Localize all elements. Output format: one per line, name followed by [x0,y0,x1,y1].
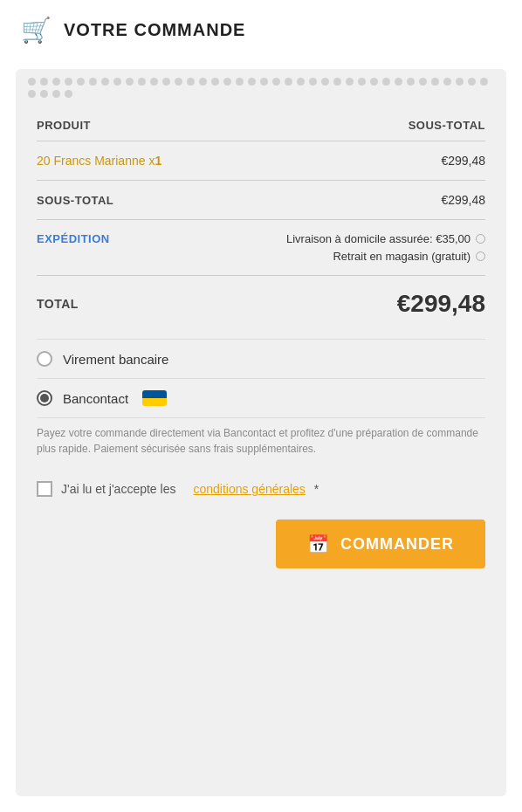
dot [456,78,464,86]
payment-description: Payez votre commande directement via Ban… [37,418,485,469]
dot [52,78,60,86]
commander-button[interactable]: 📅 COMMANDER [276,520,485,568]
cart-icon: 🛒 [21,16,52,45]
product-price: €299,48 [441,154,485,168]
dot [480,78,488,86]
dot [297,78,305,86]
dot [126,78,134,86]
bancontact-radio-inner [40,394,49,403]
bancontact-label: Bancontact [63,391,128,406]
col-product: PRODUIT [37,119,91,132]
dot [248,78,256,86]
pickup-option[interactable]: Retrait en magasin (gratuit) [333,250,485,263]
dot [175,78,182,86]
dot [52,90,60,98]
order-table: PRODUIT SOUS-TOTAL 20 Francs Marianne x1… [16,103,506,327]
col-subtotal: SOUS-TOTAL [409,119,485,132]
expedition-options: Livraison à domicile assurée: €35,00 Ret… [286,232,485,263]
bancontact-icon [142,390,167,406]
expedition-row: EXPÉDITION Livraison à domicile assurée:… [37,220,485,275]
dot [40,78,48,86]
delivery-option[interactable]: Livraison à domicile assurée: €35,00 [286,232,485,245]
dot [101,78,109,86]
dot [236,78,244,86]
payment-option-virement[interactable]: Virement bancaire [37,339,485,379]
commander-section: 📅 COMMANDER [16,513,506,589]
delivery-radio[interactable] [476,234,485,244]
payment-option-bancontact[interactable]: Bancontact [37,379,485,418]
pickup-radio[interactable] [476,251,485,261]
order-card: PRODUIT SOUS-TOTAL 20 Francs Marianne x1… [16,69,506,796]
page-title: VOTRE COMMANDE [64,20,245,40]
virement-label: Virement bancaire [63,352,168,367]
product-row: 20 Francs Marianne x1 €299,48 [37,141,485,180]
dot [28,90,36,98]
payment-section: Virement bancaire Bancontact Payez votre… [16,327,506,469]
dot [89,78,97,86]
dot [162,78,170,86]
virement-radio[interactable] [37,351,52,367]
dot [468,78,476,86]
dot [223,78,231,86]
dot [65,90,72,98]
subtotal-price: €299,48 [441,193,485,207]
dot [309,78,317,86]
dot [40,90,48,98]
dots-row [16,69,506,103]
accept-checkbox[interactable] [37,481,52,497]
dot [321,78,329,86]
dot [187,78,195,86]
dot [333,78,341,86]
dot [407,78,415,86]
product-name: 20 Francs Marianne x1 [37,154,161,168]
accept-asterisk: * [314,482,319,496]
dot [260,78,268,86]
dot [77,78,85,86]
conditions-link[interactable]: conditions générales [193,482,305,496]
dot [272,78,280,86]
dot [138,78,146,86]
dot [28,78,36,86]
dot [346,78,354,86]
dot [199,78,207,86]
commander-label: COMMANDER [340,535,454,554]
dot [395,78,402,86]
subtotal-row: SOUS-TOTAL €299,48 [37,181,485,219]
accept-text: J'ai lu et j'accepte les [61,482,175,496]
dot [150,78,158,86]
expedition-label: EXPÉDITION [37,232,110,245]
dot [358,78,366,86]
total-row: TOTAL €299,48 [37,276,485,327]
accept-section: J'ai lu et j'accepte les conditions géné… [16,469,506,513]
dot [211,78,219,86]
dot [285,78,292,86]
dot [370,78,378,86]
dot [431,78,439,86]
page-header: 🛒 VOTRE COMMANDE [0,0,522,60]
total-price: €299,48 [397,290,485,318]
dot [113,78,121,86]
dot [419,78,427,86]
dot [443,78,451,86]
calendar-icon: 📅 [307,533,330,554]
bancontact-radio[interactable] [37,390,52,406]
subtotal-label: SOUS-TOTAL [37,194,113,207]
pickup-option-text: Retrait en magasin (gratuit) [333,250,470,263]
delivery-option-text: Livraison à domicile assurée: €35,00 [286,232,470,245]
dot [65,78,72,86]
dot [382,78,390,86]
table-header: PRODUIT SOUS-TOTAL [37,110,485,141]
total-label: TOTAL [37,297,79,311]
